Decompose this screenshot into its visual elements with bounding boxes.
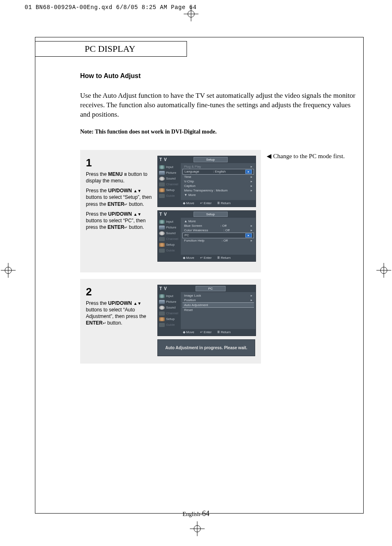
osd-nav: Input Picture Sound Channel Setup Guide xyxy=(158,163,181,200)
updown-icon: ▲▼ xyxy=(133,212,141,217)
channel-icon xyxy=(159,237,165,241)
channel-icon xyxy=(159,311,165,316)
enter-icon: ↵ xyxy=(200,256,203,260)
return-icon: Ⅲ xyxy=(217,201,220,205)
osd-tv-label: T V xyxy=(159,286,167,291)
page-number: English-64 xyxy=(0,509,392,518)
step-1-card: 1 Press the MENU Ⅲ button to display the… xyxy=(80,150,261,272)
picture-icon xyxy=(159,300,165,304)
osd-setup-screenshot-1: T V Setup Input Picture Sound Channel Se… xyxy=(157,156,256,207)
guide-icon xyxy=(159,249,165,253)
move-icon: ◆ xyxy=(183,201,185,205)
enter-icon: ↵ xyxy=(200,330,203,334)
step-number: 2 xyxy=(86,285,153,299)
step-text: Press the UP/DOWN ▲▼ buttons to select “… xyxy=(86,211,153,231)
arrow-icon: ▸ xyxy=(245,170,252,174)
print-header: 01 BN68-00929A-00Eng.qxd 6/8/05 8:25 AM … xyxy=(25,4,196,11)
input-icon xyxy=(159,294,165,298)
move-icon: ◆ xyxy=(183,256,185,260)
picture-icon xyxy=(159,226,165,230)
sound-icon xyxy=(159,177,165,181)
section-title-sc: ISPLAY xyxy=(104,44,135,54)
move-icon: ◆ xyxy=(183,330,185,334)
sound-icon xyxy=(159,306,165,310)
step-2-card: 2 Press the UP/DOWN ▲▼ buttons to select… xyxy=(80,279,261,364)
osd-title: Setup xyxy=(194,157,228,162)
registration-mark-icon xyxy=(376,263,392,279)
registration-mark-icon xyxy=(189,521,205,538)
osd-title: Setup xyxy=(194,212,228,217)
step-text: Press the MENU Ⅲ button to display the m… xyxy=(86,171,153,184)
osd-autoprogress-banner: Auto Adjustment in progress. Please wait… xyxy=(157,339,255,356)
side-note: Change to the PC mode first. xyxy=(267,152,345,160)
osd-tv-label: T V xyxy=(159,212,167,217)
arrow-icon: ▸ xyxy=(245,233,252,237)
setup-icon xyxy=(159,317,165,321)
osd-setup-screenshot-2: T V Setup Input Picture Sound Channel Se… xyxy=(157,210,256,262)
guide-icon xyxy=(159,323,165,327)
section-title: PC DISPLAY xyxy=(35,41,187,57)
updown-icon: ▲▼ xyxy=(133,189,141,193)
section-title-prefix: PC D xyxy=(85,44,104,54)
channel-icon xyxy=(159,182,165,187)
picture-icon xyxy=(159,171,165,175)
registration-mark-icon xyxy=(0,263,16,279)
sound-icon xyxy=(159,231,165,235)
osd-nav: Input Picture Sound Channel Setup Guide xyxy=(158,292,181,329)
step-text: Press the UP/DOWN ▲▼ buttons to select “… xyxy=(86,300,153,327)
input-icon xyxy=(159,165,165,169)
step-text: Press the UP/DOWN ▲▼ buttons to select “… xyxy=(86,187,153,207)
osd-title: PC xyxy=(196,286,226,291)
enter-icon: ↵ xyxy=(200,201,203,205)
osd-tv-label: T V xyxy=(159,157,167,162)
input-icon xyxy=(159,220,165,224)
return-icon: Ⅲ xyxy=(217,330,220,334)
enter-icon: ↵ xyxy=(103,321,106,325)
guide-icon xyxy=(159,194,165,198)
page-heading: How to Auto Adjust xyxy=(80,72,351,80)
menu-icon: Ⅲ xyxy=(124,172,127,177)
setup-icon xyxy=(159,188,165,192)
intro-paragraph: Use the Auto Adjust function to have the… xyxy=(80,91,360,120)
step-number: 1 xyxy=(86,156,153,170)
osd-nav: Input Picture Sound Channel Setup Guide xyxy=(158,218,181,255)
updown-icon: ▲▼ xyxy=(133,301,141,306)
note-text: Note: This function does not work in DVI… xyxy=(80,129,351,135)
return-icon: Ⅲ xyxy=(217,256,220,260)
registration-mark-icon xyxy=(183,7,199,23)
osd-pc-screenshot: T V PC Input Picture Sound Channel Setup… xyxy=(157,285,256,336)
setup-icon xyxy=(159,243,165,247)
